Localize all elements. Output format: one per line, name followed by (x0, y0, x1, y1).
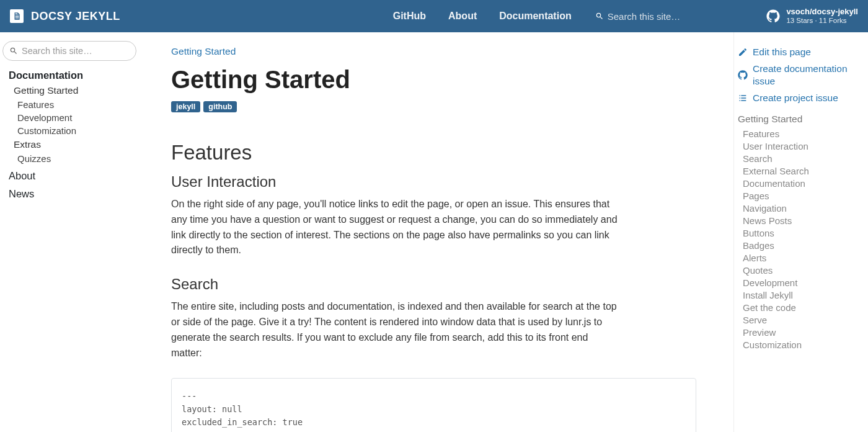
sidebar-section-about[interactable]: About (9, 170, 136, 182)
sidebar-search-input[interactable] (2, 41, 136, 61)
toc-item[interactable]: Serve (743, 315, 861, 325)
sidebar-nav: Documentation Getting Started Features D… (2, 70, 136, 200)
repo-meta: vsoch/docsy-jekyll 13 Stars · 11 Forks (786, 7, 858, 25)
toc-item[interactable]: Features (743, 128, 861, 139)
nav-documentation[interactable]: Documentation (499, 11, 571, 22)
tags: jekyll github (171, 101, 696, 112)
sidebar-subitem-quizzes[interactable]: Quizzes (17, 153, 136, 164)
toc-item[interactable]: News Posts (743, 215, 861, 226)
github-icon (766, 9, 780, 23)
repo-stats: 13 Stars · 11 Forks (786, 17, 858, 25)
heading-search: Search (171, 276, 696, 293)
search-icon (9, 47, 18, 55)
code-block: --- layout: null excluded_in_search: tru… (171, 378, 696, 432)
tag-github[interactable]: github (203, 101, 237, 112)
create-doc-issue-link[interactable]: Create documentation issue (738, 63, 861, 88)
sidebar-subitem-customization[interactable]: Customization (17, 125, 136, 136)
toc-item[interactable]: Get the code (743, 302, 861, 313)
action-links: Edit this page Create documentation issu… (738, 46, 861, 105)
toc-item[interactable]: Quotes (743, 265, 861, 276)
nav-about[interactable]: About (448, 11, 477, 22)
heading-user-interaction: User Interaction (171, 173, 696, 191)
heading-features: Features (171, 141, 696, 164)
edit-page-link[interactable]: Edit this page (738, 46, 861, 58)
toc-item[interactable]: Buttons (743, 228, 861, 238)
sidebar-subitem-features[interactable]: Features (17, 99, 136, 110)
document-icon (10, 9, 24, 23)
paragraph-search: The entire site, including posts and doc… (171, 299, 618, 361)
header-search[interactable] (595, 11, 725, 22)
toc-item[interactable]: Pages (743, 191, 861, 201)
toc-item[interactable]: Navigation (743, 203, 861, 214)
nav-links: GitHub About Documentation (393, 11, 572, 22)
page-title: Getting Started (171, 66, 696, 94)
list-icon (738, 93, 748, 103)
header-search-input[interactable] (608, 11, 725, 22)
toc-title[interactable]: Getting Started (738, 114, 861, 125)
sidebar-item-extras[interactable]: Extras (14, 139, 136, 150)
toc-item[interactable]: Alerts (743, 253, 861, 263)
sidebar-item-getting-started[interactable]: Getting Started (14, 85, 136, 96)
toc-item[interactable]: User Interaction (743, 141, 861, 151)
sidebar-search[interactable] (2, 41, 136, 61)
edit-icon (738, 47, 748, 57)
sidebar-section-news[interactable]: News (9, 188, 136, 200)
create-project-issue-link[interactable]: Create project issue (738, 92, 861, 104)
main-content: Getting Started Getting Started jekyll g… (143, 32, 733, 432)
github-icon (738, 70, 748, 80)
search-icon (595, 12, 604, 20)
breadcrumb[interactable]: Getting Started (171, 46, 696, 57)
toc-item[interactable]: Preview (743, 327, 861, 338)
brand-text: DOCSY JEKYLL (31, 10, 120, 23)
sidebar-subitem-development[interactable]: Development (17, 112, 136, 123)
toc-item[interactable]: Search (743, 153, 861, 164)
repo-name: vsoch/docsy-jekyll (786, 7, 858, 17)
header: DOCSY JEKYLL GitHub About Documentation … (0, 0, 868, 32)
toc-item[interactable]: External Search (743, 166, 861, 176)
paragraph-user-interaction: On the right side of any page, you'll no… (171, 197, 618, 258)
tag-jekyll[interactable]: jekyll (171, 101, 200, 112)
sidebar-left: Documentation Getting Started Features D… (0, 32, 143, 432)
toc-item[interactable]: Documentation (743, 178, 861, 189)
header-repo[interactable]: vsoch/docsy-jekyll 13 Stars · 11 Forks (766, 7, 858, 25)
nav-github[interactable]: GitHub (393, 11, 426, 22)
toc-item[interactable]: Install Jekyll (743, 290, 861, 300)
toc-item[interactable]: Development (743, 277, 861, 288)
brand[interactable]: DOCSY JEKYLL (10, 9, 120, 23)
toc-item[interactable]: Customization (743, 340, 861, 350)
sidebar-right: Edit this page Create documentation issu… (733, 32, 868, 432)
toc-list: FeaturesUser InteractionSearchExternal S… (738, 128, 861, 350)
sidebar-section-documentation[interactable]: Documentation (9, 70, 136, 81)
toc-item[interactable]: Badges (743, 240, 861, 251)
